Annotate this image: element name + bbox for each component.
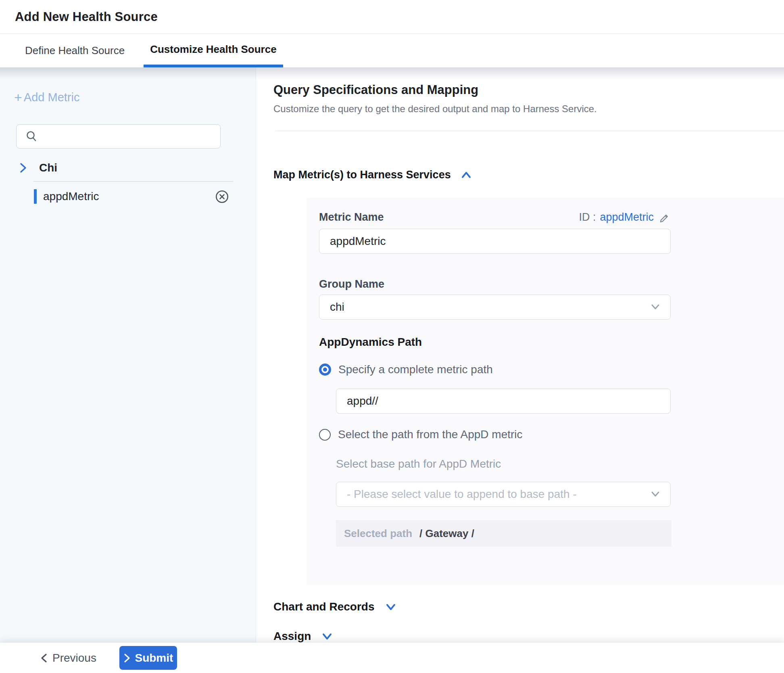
tab-customize-health-source[interactable]: Customize Health Source: [144, 34, 283, 67]
metric-name-label: Metric Name: [319, 211, 384, 224]
metric-search-box[interactable]: [16, 124, 221, 148]
chevron-up-icon: [460, 170, 473, 180]
selected-path-bar: Selected path / Gateway /: [336, 520, 671, 547]
group-name-select[interactable]: chi: [319, 295, 671, 320]
section-subtitle: Customize the query to get the desired o…: [273, 103, 784, 115]
edit-pencil-icon[interactable]: [659, 211, 671, 224]
complete-metric-path-input[interactable]: [336, 389, 671, 414]
x-circle-icon: [215, 190, 229, 203]
id-label: ID :: [579, 211, 596, 224]
submit-button-label: Submit: [135, 652, 173, 665]
radio-selected-icon: [319, 364, 331, 376]
remove-metric-button[interactable]: [215, 190, 229, 203]
group-name-label: Group Name: [319, 278, 784, 291]
metric-search-input[interactable]: [43, 125, 220, 148]
chart-and-records-heading: Chart and Records: [273, 600, 375, 613]
main-panel: Query Specifications and Mapping Customi…: [256, 67, 784, 643]
section-title: Query Specifications and Mapping: [273, 83, 784, 97]
previous-button[interactable]: Previous: [40, 652, 96, 665]
selected-path-label: Selected path: [344, 527, 412, 540]
chevron-down-icon: [649, 490, 661, 499]
radio-complete-metric-path[interactable]: Specify a complete metric path: [319, 363, 784, 376]
submit-button[interactable]: Submit: [119, 646, 177, 670]
selected-metric-accent-bar: [34, 189, 37, 204]
map-metrics-form-panel: Metric Name ID : appdMetric Group Name c…: [307, 198, 784, 585]
section-divider: [275, 131, 784, 131]
add-health-source-dialog: Add New Health Source Define Health Sour…: [0, 0, 784, 673]
chevron-down-icon: [649, 303, 661, 311]
dialog-footer: Previous Submit: [0, 643, 784, 673]
add-metric-button[interactable]: + Add Metric: [14, 91, 79, 104]
sidebar-metric-item-appdmetric[interactable]: appdMetric: [0, 185, 256, 208]
radio-complete-metric-path-label: Specify a complete metric path: [338, 363, 493, 376]
dialog-body: + Add Metric Chi appdMetric: [0, 67, 784, 643]
tab-define-health-source[interactable]: Define Health Source: [25, 34, 125, 67]
map-metrics-heading: Map Metric(s) to Harness Services: [273, 169, 451, 181]
chevron-right-icon: [123, 653, 131, 663]
radio-unselected-icon: [319, 429, 331, 441]
map-metrics-section-toggle[interactable]: Map Metric(s) to Harness Services: [273, 169, 473, 181]
chevron-left-icon: [40, 653, 48, 663]
selected-path-value: / Gateway /: [419, 527, 474, 540]
chevron-down-icon: [384, 602, 397, 612]
radio-select-appd-path[interactable]: Select the path from the AppD metric: [319, 428, 784, 441]
group-label: Chi: [39, 161, 57, 174]
chart-and-records-toggle[interactable]: Chart and Records: [273, 600, 397, 613]
assign-heading: Assign: [273, 630, 311, 643]
base-path-placeholder: - Please select value to append to base …: [347, 488, 577, 501]
page-title: Add New Health Source: [15, 10, 158, 24]
plus-icon: +: [14, 92, 22, 103]
radio-select-appd-path-label: Select the path from the AppD metric: [338, 428, 523, 441]
chevron-right-icon: [19, 163, 27, 173]
base-path-select[interactable]: - Please select value to append to base …: [336, 482, 671, 507]
metric-name-input[interactable]: [319, 229, 671, 254]
sidebar-divider: [33, 181, 233, 182]
appdynamics-path-heading: AppDynamics Path: [319, 336, 784, 349]
assign-toggle[interactable]: Assign: [273, 630, 334, 643]
add-metric-label: Add Metric: [24, 91, 80, 104]
search-icon: [25, 130, 38, 142]
base-path-label: Select base path for AppD Metric: [336, 458, 784, 470]
metrics-sidebar: + Add Metric Chi appdMetric: [0, 67, 256, 643]
sidebar-group-chi[interactable]: Chi: [19, 161, 256, 174]
tab-bar: Define Health Source Customize Health So…: [0, 34, 784, 67]
dialog-header: Add New Health Source: [0, 0, 784, 34]
chevron-down-icon: [321, 631, 334, 641]
id-value-link[interactable]: appdMetric: [600, 211, 654, 224]
metric-item-label: appdMetric: [43, 190, 99, 203]
group-name-value: chi: [330, 301, 344, 314]
previous-button-label: Previous: [52, 652, 96, 665]
